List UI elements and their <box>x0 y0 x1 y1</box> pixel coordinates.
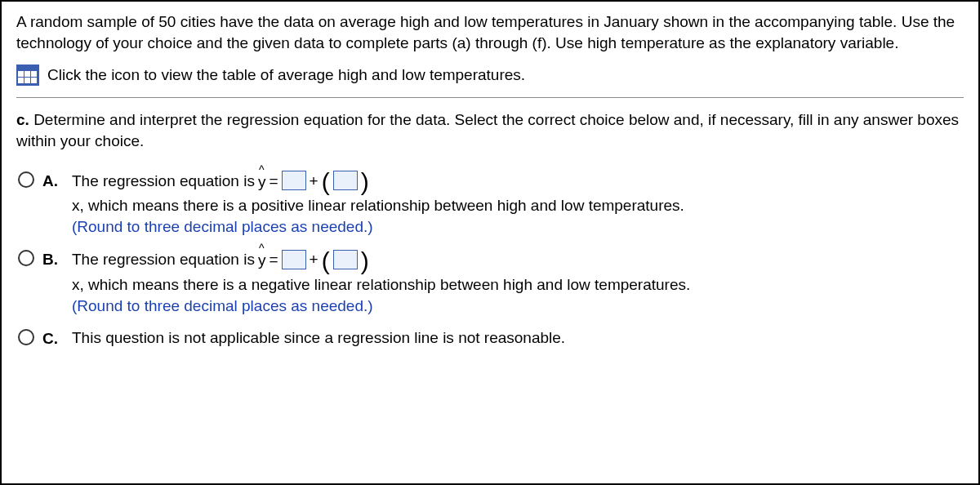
choice-b-pre: The regression equation is <box>72 249 255 270</box>
choice-b-intercept-input[interactable] <box>282 250 306 269</box>
choice-a-pre: The regression equation is <box>72 171 255 192</box>
plus: + <box>310 249 318 270</box>
choice-b-body: The regression equation is ^y = + ( ) x,… <box>72 248 964 316</box>
close-paren: ) <box>361 251 369 271</box>
choice-a-slope-input[interactable] <box>333 171 358 190</box>
close-paren: ) <box>361 172 369 192</box>
open-paren: ( <box>322 251 330 271</box>
choice-a-intercept-input[interactable] <box>282 171 306 190</box>
radio-a[interactable] <box>18 171 34 188</box>
choice-b-slope-input[interactable] <box>333 250 358 269</box>
choice-a-round-note: (Round to three decimal places as needed… <box>72 216 964 238</box>
choice-b-round-note: (Round to three decimal places as needed… <box>72 296 964 317</box>
choice-b: B. The regression equation is ^y = + ( )… <box>18 248 964 316</box>
plus: + <box>310 171 318 192</box>
equals: = <box>269 171 278 192</box>
choice-b-post: x, which means there is a negative linea… <box>72 274 690 296</box>
choice-c-body: This question is not applicable since a … <box>72 327 964 349</box>
choice-c: C. This question is not applicable since… <box>18 327 964 349</box>
choice-c-letter: C. <box>42 327 64 349</box>
choice-a-post: x, which means there is a positive linea… <box>72 195 684 216</box>
answer-choices: A. The regression equation is ^y = + ( )… <box>16 170 964 349</box>
choice-a-body: The regression equation is ^y = + ( ) x,… <box>72 170 964 238</box>
radio-b[interactable] <box>18 250 34 266</box>
part-prompt-text: Determine and interpret the regression e… <box>16 111 959 149</box>
divider <box>16 97 964 98</box>
data-table-link[interactable]: Click the icon to view the table of aver… <box>16 65 964 86</box>
equals: = <box>269 249 278 270</box>
choice-c-text: This question is not applicable since a … <box>72 329 565 346</box>
y-hat-symbol: ^y <box>258 248 266 271</box>
question-container: A random sample of 50 cities have the da… <box>0 0 980 485</box>
data-table-link-text: Click the icon to view the table of aver… <box>47 65 525 86</box>
y-hat-symbol: ^y <box>258 170 266 193</box>
part-label: c. <box>16 111 29 128</box>
question-intro: A random sample of 50 cities have the da… <box>16 11 964 53</box>
table-icon <box>16 65 39 86</box>
choice-b-letter: B. <box>42 248 64 270</box>
radio-c[interactable] <box>18 329 34 345</box>
part-c-prompt: c. Determine and interpret the regressio… <box>16 109 964 151</box>
choice-a: A. The regression equation is ^y = + ( )… <box>18 170 964 238</box>
choice-a-letter: A. <box>42 170 64 192</box>
open-paren: ( <box>322 172 330 192</box>
